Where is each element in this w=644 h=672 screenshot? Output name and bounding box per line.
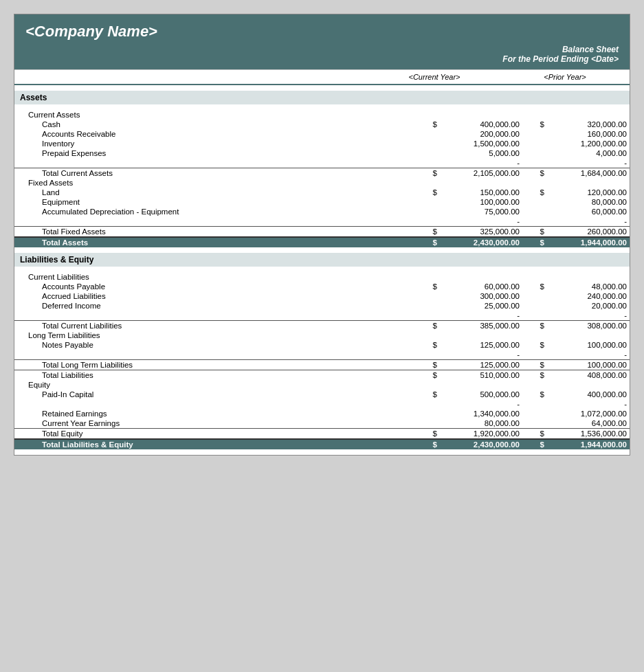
py-value: - <box>547 216 630 227</box>
row-label: Accrued Liabilities <box>14 291 426 301</box>
cy-dollar <box>426 139 440 148</box>
row-label: Land <box>14 188 426 197</box>
row-label: Retained Earnings <box>14 409 426 418</box>
cy-value: - <box>440 216 522 227</box>
py-dollar <box>533 197 547 207</box>
py-dollar <box>533 158 547 168</box>
py-value: 48,000.00 <box>547 282 630 291</box>
py-dollar <box>533 418 547 429</box>
cy-dollar <box>426 311 440 321</box>
py-dollar: $ <box>533 370 547 381</box>
py-value: 60,000.00 <box>547 207 630 216</box>
py-dollar <box>533 129 547 139</box>
cy-value: 75,000.00 <box>440 207 522 216</box>
py-value: 308,000.00 <box>547 321 630 331</box>
row-label: Prepaid Expenses <box>14 148 426 158</box>
py-value: - <box>547 350 630 360</box>
column-headers: <Current Year> <Prior Year> <box>14 69 630 85</box>
py-value <box>547 380 630 390</box>
row-label: Deferred Income <box>14 301 426 311</box>
table-row: Equipment 100,000.00 80,000.00 <box>14 197 630 207</box>
py-value: - <box>547 158 630 168</box>
py-value: 100,000.00 <box>547 360 630 370</box>
table-row: - - <box>14 350 630 360</box>
cy-value: 100,000.00 <box>440 197 522 207</box>
py-dollar: $ <box>533 227 547 238</box>
cy-dollar <box>426 178 440 188</box>
py-dollar: $ <box>533 360 547 370</box>
cy-dollar: $ <box>426 370 440 381</box>
table-row: - - <box>14 158 630 168</box>
cy-value: 25,000.00 <box>440 301 522 311</box>
cy-value: 510,000.00 <box>440 370 522 381</box>
cy-value <box>440 380 522 390</box>
cy-value: - <box>440 399 522 409</box>
py-dollar <box>533 178 547 188</box>
company-name: <Company Name> <box>25 23 619 41</box>
table-row: Current Year Earnings 80,000.00 64,000.0… <box>14 418 630 429</box>
row-label: Total Current Liabilities <box>14 321 426 331</box>
cy-dollar <box>426 158 440 168</box>
table-row: Accounts Receivable 200,000.00 160,000.0… <box>14 129 630 139</box>
py-dollar <box>533 399 547 409</box>
table-row: Total Liabilities $ 510,000.00 $ 408,000… <box>14 370 630 381</box>
row-label: Total Current Assets <box>14 168 426 179</box>
row-label: Current Year Earnings <box>14 418 426 429</box>
py-value: 260,000.00 <box>547 227 630 238</box>
table-row: Accumulated Depreciation - Equipment 75,… <box>14 207 630 216</box>
table-row: Retained Earnings 1,340,000.00 1,072,000… <box>14 409 630 418</box>
table-row: Total Current Assets $ 2,105,000.00 $ 1,… <box>14 168 630 179</box>
table-row: Paid-In Capital $ 500,000.00 $ 400,000.0… <box>14 390 630 399</box>
cy-dollar: $ <box>426 120 440 129</box>
grand-cy-dollar: $ <box>426 237 440 247</box>
row-label: Fixed Assets <box>14 178 426 188</box>
py-value: 1,536,000.00 <box>547 429 630 440</box>
row-label <box>14 216 426 227</box>
cy-value: 500,000.00 <box>440 390 522 399</box>
row-label: Cash <box>14 120 426 129</box>
row-label <box>14 311 426 321</box>
py-dollar <box>533 216 547 227</box>
cy-value: - <box>440 350 522 360</box>
cy-value: 60,000.00 <box>440 282 522 291</box>
py-dollar: $ <box>533 429 547 440</box>
table-row: Total Fixed Assets $ 325,000.00 $ 260,00… <box>14 227 630 238</box>
cy-value <box>440 272 522 282</box>
cy-value: - <box>440 311 522 321</box>
py-dollar <box>533 409 547 418</box>
row-label: Equity <box>14 380 426 390</box>
cy-value: 5,000.00 <box>440 148 522 158</box>
py-dollar: $ <box>533 120 547 129</box>
row-label: Accounts Receivable <box>14 129 426 139</box>
py-dollar <box>533 380 547 390</box>
row-label: Current Liabilities <box>14 272 426 282</box>
prior-year-header: <Prior Year> <box>506 73 630 81</box>
table-row: Equity <box>14 380 630 390</box>
row-label: Equipment <box>14 197 426 207</box>
py-value <box>547 110 630 120</box>
row-label: Notes Payable <box>14 340 426 350</box>
cy-value <box>440 110 522 120</box>
cy-dollar <box>426 110 440 120</box>
cy-dollar <box>426 301 440 311</box>
grand-total-label: Total Liabilities & Equity <box>14 439 426 449</box>
table-row: Accounts Payable $ 60,000.00 $ 48,000.00 <box>14 282 630 291</box>
cy-value: 1,340,000.00 <box>440 409 522 418</box>
row-label: Total Long Term Liabilities <box>14 360 426 370</box>
table-row: Deferred Income 25,000.00 20,000.00 <box>14 301 630 311</box>
cy-dollar: $ <box>426 360 440 370</box>
row-label: Total Equity <box>14 429 426 440</box>
report-subtitle: For the Period Ending <Date> <box>14 54 619 64</box>
balance-sheet: <Company Name> Balance Sheet For the Per… <box>14 14 630 456</box>
py-dollar <box>533 301 547 311</box>
py-value: 100,000.00 <box>547 340 630 350</box>
spacer-row <box>14 104 630 110</box>
cy-value: 150,000.00 <box>440 188 522 197</box>
table-row: - - <box>14 311 630 321</box>
cy-dollar <box>426 197 440 207</box>
cy-value: 125,000.00 <box>440 340 522 350</box>
py-value: 4,000.00 <box>547 148 630 158</box>
py-dollar <box>533 207 547 216</box>
row-label <box>14 350 426 360</box>
cy-dollar: $ <box>426 429 440 440</box>
